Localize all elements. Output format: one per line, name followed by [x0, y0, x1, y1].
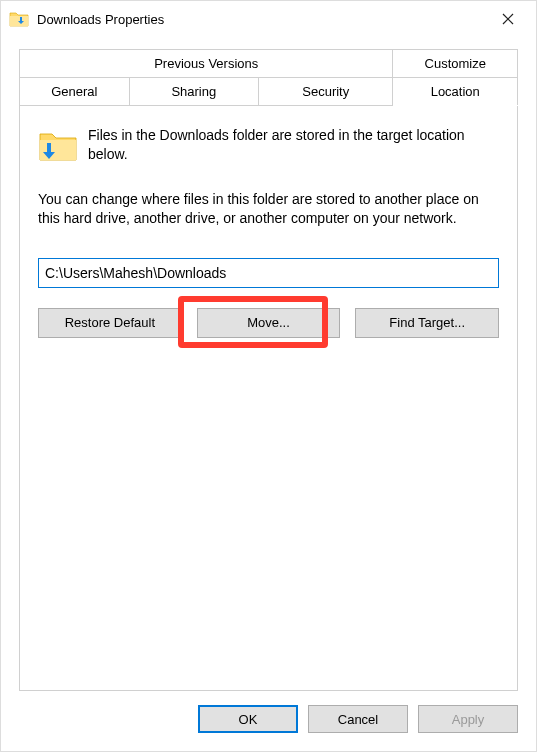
close-button[interactable]	[488, 4, 528, 34]
tab-location[interactable]: Location	[393, 78, 518, 106]
close-icon	[502, 13, 514, 25]
tab-sharing[interactable]: Sharing	[129, 78, 258, 106]
dialog-bottom-bar: OK Cancel Apply	[1, 691, 536, 751]
find-target-button[interactable]: Find Target...	[355, 308, 499, 338]
tab-previous-versions[interactable]: Previous Versions	[20, 50, 393, 78]
location-path-input[interactable]	[38, 258, 499, 288]
properties-dialog: Downloads Properties Previous Versions C…	[0, 0, 537, 752]
ok-button[interactable]: OK	[198, 705, 298, 733]
description-text: You can change where files in this folde…	[38, 190, 499, 228]
tab-security[interactable]: Security	[259, 78, 393, 106]
window-title: Downloads Properties	[37, 12, 488, 27]
downloads-folder-large-icon	[38, 126, 78, 166]
action-button-row: Restore Default Move... Find Target...	[38, 308, 499, 338]
tab-customize[interactable]: Customize	[393, 50, 518, 78]
tab-general[interactable]: General	[20, 78, 130, 106]
apply-button: Apply	[418, 705, 518, 733]
move-button[interactable]: Move...	[197, 308, 341, 338]
titlebar: Downloads Properties	[1, 1, 536, 37]
cancel-button[interactable]: Cancel	[308, 705, 408, 733]
downloads-folder-icon	[9, 9, 29, 29]
tabs-container: Previous Versions Customize General Shar…	[1, 37, 536, 106]
tab-content-location: Files in the Downloads folder are stored…	[19, 106, 518, 691]
restore-default-button[interactable]: Restore Default	[38, 308, 182, 338]
intro-text: Files in the Downloads folder are stored…	[88, 126, 499, 164]
